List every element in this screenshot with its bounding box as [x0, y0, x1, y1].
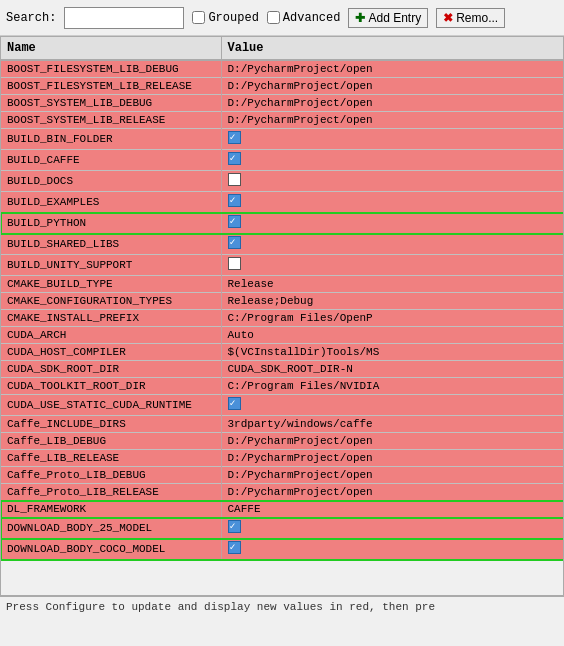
checkbox-unchecked[interactable]	[228, 257, 241, 270]
table-row[interactable]: Caffe_Proto_LIB_RELEASED:/PycharmProject…	[1, 484, 564, 501]
checkbox-checked[interactable]	[228, 236, 241, 249]
table-row[interactable]: BOOST_FILESYSTEM_LIB_RELEASED:/PycharmPr…	[1, 78, 564, 95]
status-bar: Press Configure to update and display ne…	[0, 596, 564, 646]
row-name-cell: CUDA_HOST_COMPILER	[1, 344, 221, 361]
add-entry-button[interactable]: ✚ Add Entry	[348, 8, 428, 28]
row-value-cell: $(VCInstallDir)Tools/MS	[221, 344, 564, 361]
row-value-cell: D:/PycharmProject/open	[221, 467, 564, 484]
row-value-cell: D:/PycharmProject/open	[221, 112, 564, 129]
row-name-cell: BOOST_FILESYSTEM_LIB_RELEASE	[1, 78, 221, 95]
row-name-cell: BUILD_BIN_FOLDER	[1, 129, 221, 150]
row-name-cell: BOOST_FILESYSTEM_LIB_DEBUG	[1, 60, 221, 78]
advanced-checkbox[interactable]	[267, 11, 280, 24]
table-row[interactable]: CUDA_SDK_ROOT_DIRCUDA_SDK_ROOT_DIR-N	[1, 361, 564, 378]
row-name-cell: BOOST_SYSTEM_LIB_DEBUG	[1, 95, 221, 112]
row-name-cell: BUILD_CAFFE	[1, 150, 221, 171]
table-row[interactable]: BUILD_PYTHON	[1, 213, 564, 234]
table-row[interactable]: DOWNLOAD_BODY_25_MODEL	[1, 518, 564, 539]
row-name-cell: BUILD_SHARED_LIBS	[1, 234, 221, 255]
row-value-cell: D:/PycharmProject/open	[221, 60, 564, 78]
table-row[interactable]: CMAKE_INSTALL_PREFIXC:/Program Files/Ope…	[1, 310, 564, 327]
table-row[interactable]: CUDA_HOST_COMPILER$(VCInstallDir)Tools/M…	[1, 344, 564, 361]
row-value-cell[interactable]	[221, 518, 564, 539]
row-name-cell: Caffe_Proto_LIB_DEBUG	[1, 467, 221, 484]
row-name-cell: CUDA_USE_STATIC_CUDA_RUNTIME	[1, 395, 221, 416]
row-name-cell: Caffe_INCLUDE_DIRS	[1, 416, 221, 433]
row-value-cell[interactable]	[221, 395, 564, 416]
checkbox-checked[interactable]	[228, 541, 241, 554]
row-value-cell[interactable]	[221, 255, 564, 276]
plus-icon: ✚	[355, 11, 365, 25]
checkbox-checked[interactable]	[228, 194, 241, 207]
row-value-cell[interactable]	[221, 171, 564, 192]
grouped-checkbox[interactable]	[192, 11, 205, 24]
row-value-cell: D:/PycharmProject/open	[221, 433, 564, 450]
table-row[interactable]: Caffe_INCLUDE_DIRS3rdparty/windows/caffe	[1, 416, 564, 433]
row-name-cell: CUDA_ARCH	[1, 327, 221, 344]
row-value-cell: 3rdparty/windows/caffe	[221, 416, 564, 433]
remove-button[interactable]: ✖ Remo...	[436, 8, 505, 28]
col-value-header: Value	[221, 37, 564, 60]
table-row[interactable]: CUDA_ARCHAuto	[1, 327, 564, 344]
row-name-cell: CMAKE_CONFIGURATION_TYPES	[1, 293, 221, 310]
row-name-cell: Caffe_LIB_RELEASE	[1, 450, 221, 467]
row-name-cell: BUILD_DOCS	[1, 171, 221, 192]
checkbox-checked[interactable]	[228, 215, 241, 228]
table-row[interactable]: BOOST_SYSTEM_LIB_DEBUGD:/PycharmProject/…	[1, 95, 564, 112]
row-name-cell: BUILD_PYTHON	[1, 213, 221, 234]
toolbar: Search: Grouped Advanced ✚ Add Entry ✖ R…	[0, 0, 564, 36]
table-row[interactable]: DL_FRAMEWORKCAFFE	[1, 501, 564, 518]
table-row[interactable]: Caffe_Proto_LIB_DEBUGD:/PycharmProject/o…	[1, 467, 564, 484]
checkbox-checked[interactable]	[228, 520, 241, 533]
row-name-cell: BUILD_UNITY_SUPPORT	[1, 255, 221, 276]
row-value-cell: C:/Program Files/OpenP	[221, 310, 564, 327]
table-row[interactable]: BUILD_SHARED_LIBS	[1, 234, 564, 255]
table-row[interactable]: BUILD_BIN_FOLDER	[1, 129, 564, 150]
row-value-cell: CAFFE	[221, 501, 564, 518]
table-row[interactable]: CMAKE_BUILD_TYPERelease	[1, 276, 564, 293]
table-row[interactable]: DOWNLOAD_BODY_COCO_MODEL	[1, 539, 564, 560]
table-row[interactable]: BUILD_DOCS	[1, 171, 564, 192]
row-value-cell: Release	[221, 276, 564, 293]
checkbox-checked[interactable]	[228, 397, 241, 410]
checkbox-unchecked[interactable]	[228, 173, 241, 186]
row-name-cell: BOOST_SYSTEM_LIB_RELEASE	[1, 112, 221, 129]
checkbox-checked[interactable]	[228, 131, 241, 144]
table-row[interactable]: BOOST_FILESYSTEM_LIB_DEBUGD:/PycharmProj…	[1, 60, 564, 78]
status-text: Press Configure to update and display ne…	[6, 601, 435, 613]
row-value-cell: D:/PycharmProject/open	[221, 450, 564, 467]
row-name-cell: CUDA_SDK_ROOT_DIR	[1, 361, 221, 378]
table-row[interactable]: BUILD_CAFFE	[1, 150, 564, 171]
add-entry-label: Add Entry	[368, 11, 421, 25]
row-name-cell: Caffe_Proto_LIB_RELEASE	[1, 484, 221, 501]
row-value-cell[interactable]	[221, 234, 564, 255]
table-container: Name Value BOOST_FILESYSTEM_LIB_DEBUGD:/…	[0, 36, 564, 596]
col-name-header: Name	[1, 37, 221, 60]
row-value-cell[interactable]	[221, 539, 564, 560]
remove-label: Remo...	[456, 11, 498, 25]
row-name-cell: CMAKE_BUILD_TYPE	[1, 276, 221, 293]
table-row[interactable]: CUDA_USE_STATIC_CUDA_RUNTIME	[1, 395, 564, 416]
row-value-cell[interactable]	[221, 129, 564, 150]
checkbox-checked[interactable]	[228, 152, 241, 165]
row-value-cell[interactable]	[221, 150, 564, 171]
table-row[interactable]: BUILD_EXAMPLES	[1, 192, 564, 213]
row-value-cell: Auto	[221, 327, 564, 344]
row-value-cell: D:/PycharmProject/open	[221, 484, 564, 501]
table-row[interactable]: Caffe_LIB_DEBUGD:/PycharmProject/open	[1, 433, 564, 450]
row-name-cell: Caffe_LIB_DEBUG	[1, 433, 221, 450]
table-row[interactable]: CMAKE_CONFIGURATION_TYPESRelease;Debug	[1, 293, 564, 310]
row-name-cell: DL_FRAMEWORK	[1, 501, 221, 518]
row-name-cell: DOWNLOAD_BODY_25_MODEL	[1, 518, 221, 539]
advanced-label: Advanced	[283, 11, 341, 25]
table-row[interactable]: BOOST_SYSTEM_LIB_RELEASED:/PycharmProjec…	[1, 112, 564, 129]
row-value-cell[interactable]	[221, 192, 564, 213]
row-value-cell[interactable]	[221, 213, 564, 234]
row-value-cell: D:/PycharmProject/open	[221, 95, 564, 112]
grouped-label: Grouped	[208, 11, 258, 25]
row-name-cell: BUILD_EXAMPLES	[1, 192, 221, 213]
table-row[interactable]: CUDA_TOOLKIT_ROOT_DIRC:/Program Files/NV…	[1, 378, 564, 395]
search-input[interactable]	[64, 7, 184, 29]
table-row[interactable]: BUILD_UNITY_SUPPORT	[1, 255, 564, 276]
table-row[interactable]: Caffe_LIB_RELEASED:/PycharmProject/open	[1, 450, 564, 467]
